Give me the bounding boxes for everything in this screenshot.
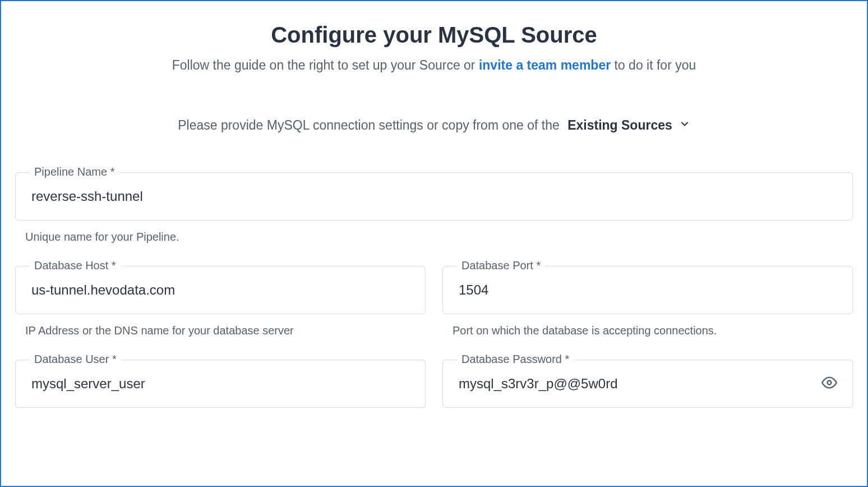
page-title: Configure your MySQL Source [15,22,853,48]
password-wrapper [442,360,853,408]
subtitle: Follow the guide on the right to set up … [15,58,853,73]
database-user-group: Database User * [15,360,426,408]
database-host-group: Database Host * IP Address or the DNS na… [15,266,426,337]
existing-sources-dropdown[interactable]: Existing Sources [567,118,690,133]
subtitle-prefix: Follow the guide on the right to set up … [172,58,479,72]
invite-team-member-link[interactable]: invite a team member [479,58,611,72]
database-host-label: Database Host * [30,259,121,272]
database-port-label: Database Port * [457,259,545,272]
database-password-label: Database Password * [457,353,574,366]
pipeline-name-group: Pipeline Name * Unique name for your Pip… [15,172,853,244]
instruction-text: Please provide MySQL connection settings… [15,118,853,133]
instruction-prefix: Please provide MySQL connection settings… [178,118,560,132]
database-host-helper: IP Address or the DNS name for your data… [15,324,426,337]
pipeline-name-label: Pipeline Name * [30,166,119,178]
eye-icon[interactable] [821,375,837,393]
config-panel: Configure your MySQL Source Follow the g… [0,0,868,487]
database-port-group: Database Port * Port on which the databa… [442,266,853,337]
pipeline-name-input[interactable] [15,172,853,220]
database-port-input[interactable] [442,266,853,314]
subtitle-suffix: to do it for you [611,58,696,72]
database-user-input[interactable] [15,360,426,408]
database-password-input[interactable] [442,360,853,408]
database-host-input[interactable] [15,266,426,314]
svg-point-0 [828,381,832,385]
existing-sources-label: Existing Sources [567,118,672,133]
pipeline-name-helper: Unique name for your Pipeline. [15,231,853,244]
database-password-group: Database Password * [442,360,853,408]
database-user-label: Database User * [30,353,121,366]
database-port-helper: Port on which the database is accepting … [442,324,853,337]
chevron-down-icon [679,118,690,133]
